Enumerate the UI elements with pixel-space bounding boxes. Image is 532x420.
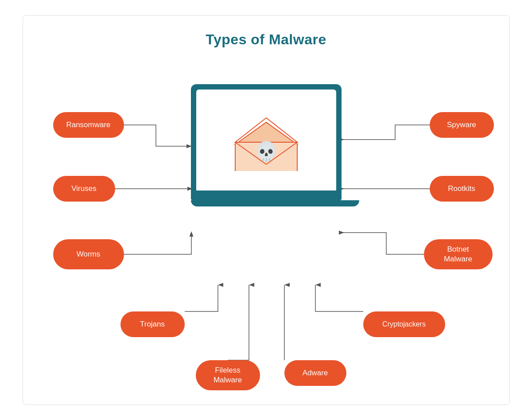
pill-worms: Worms [53,239,124,269]
laptop-hinge [249,191,284,194]
pill-ransomware: Ransomware [53,112,124,138]
laptop-foot [191,200,359,206]
envelope-illustration: 💀 [231,113,302,171]
pill-viruses: Viruses [53,176,115,202]
pill-fileless: FilelessMalware [196,360,260,390]
pill-trojans: Trojans [120,311,185,337]
pill-spyware: Spyware [430,112,494,138]
svg-text:💀: 💀 [255,140,278,163]
laptop-base [191,191,342,200]
laptop-screen-border: 💀 [191,84,342,191]
connectors-layer [23,16,509,404]
diagram-container: Types of Malware [23,15,510,405]
laptop-screen: 💀 [196,89,336,191]
pill-cryptojackers: Cryptojackers [363,311,445,337]
pill-rootkits: Rootkits [430,176,494,202]
pill-adware: Adware [284,360,346,386]
laptop-illustration: 💀 [191,84,342,206]
page-title: Types of Malware [23,16,509,48]
pill-botnet: BotnetMalware [424,239,493,269]
